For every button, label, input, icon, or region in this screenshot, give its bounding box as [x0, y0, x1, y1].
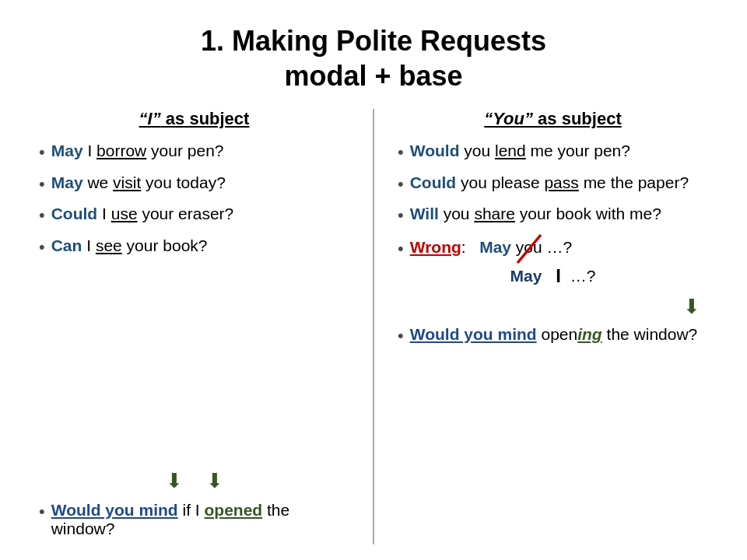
svg-line-0 — [517, 235, 541, 263]
right-list: Would you lend me your pen? Could you pl… — [398, 140, 708, 235]
list-item: Will you share your book with me? — [398, 203, 708, 227]
wrong-item: • Wrong: May you …? — [398, 238, 708, 259]
page: 1. Making Polite Requests modal + base “… — [0, 0, 747, 560]
left-arrows-row: ⬇ ⬇ — [39, 469, 349, 493]
page-title: 1. Making Polite Requests modal + base — [23, 23, 724, 93]
left-heading: “I” as subject — [39, 109, 349, 129]
right-column: “You” as subject Would you lend me your … — [382, 109, 724, 544]
red-cross-icon — [513, 233, 549, 264]
down-arrow-right-1: ⬇ — [683, 295, 700, 319]
left-list: May I borrow your pen? May we visit you … — [39, 140, 349, 267]
column-divider — [373, 109, 374, 544]
list-item: Could I use your eraser? — [39, 203, 349, 227]
may-i-line: May I …? — [398, 265, 708, 287]
right-heading: “You” as subject — [398, 109, 708, 129]
you-crossed: you — [516, 238, 542, 257]
right-arrows-row: ⬇ — [398, 295, 708, 319]
left-column: “I” as subject May I borrow your pen? Ma… — [23, 109, 365, 544]
list-item: Can I see your book? — [39, 235, 349, 259]
content-columns: “I” as subject May I borrow your pen? Ma… — [23, 109, 724, 544]
down-arrow-left-2: ⬇ — [206, 469, 223, 493]
list-item: May I borrow your pen? — [39, 140, 349, 164]
right-wymd-row: Would you mind opening the window? — [398, 325, 708, 346]
down-arrow-left-1: ⬇ — [166, 469, 183, 493]
list-item: Would you lend me your pen? — [398, 140, 708, 164]
left-wymd-row: Would you mind if I opened the window? — [39, 501, 349, 538]
list-item: May we visit you today? — [39, 172, 349, 196]
list-item: Could you please pass me the paper? — [398, 172, 708, 196]
